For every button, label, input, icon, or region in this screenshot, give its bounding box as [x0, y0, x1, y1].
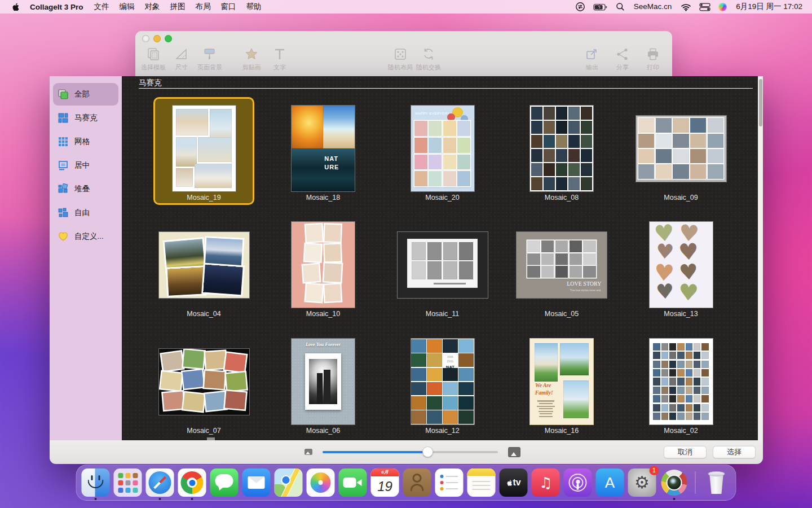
dock-facetime-icon[interactable]: [339, 468, 367, 497]
app-menu-title[interactable]: CollageIt 3 Pro: [24, 3, 89, 11]
template-cell-Mosaic_16[interactable]: We AreFamily!Mosaic_16: [502, 330, 621, 440]
zoom-button[interactable]: [165, 35, 172, 42]
template-thumbnail[interactable]: LOVE STORYTrue love stories never end.: [517, 232, 607, 298]
menu-edit[interactable]: 编辑: [114, 0, 140, 14]
template-thumbnail[interactable]: [159, 232, 249, 298]
select-button[interactable]: 选择: [713, 446, 756, 458]
template-cell-Mosaic_05[interactable]: LOVE STORYTrue love stories never end.Mo…: [502, 213, 621, 324]
menu-help[interactable]: 帮助: [241, 0, 267, 14]
dock-settings-icon[interactable]: ⚙1: [628, 468, 656, 497]
dock-contacts-icon[interactable]: [403, 468, 431, 497]
dock-chrome-icon[interactable]: [178, 468, 206, 497]
template-cell-Mosaic_08[interactable]: Mosaic_08: [502, 97, 621, 208]
template-thumbnail[interactable]: Love You Forever: [292, 339, 355, 424]
template-thumbnail[interactable]: NATURE: [292, 106, 355, 191]
siri-icon[interactable]: [714, 0, 731, 14]
cancel-button[interactable]: 取消: [664, 446, 707, 458]
dock-safari-icon[interactable]: [146, 468, 174, 497]
template-cell-Mosaic_04[interactable]: Mosaic_04: [144, 213, 263, 324]
network-name[interactable]: SeeMac.cn: [629, 0, 677, 14]
dock-trash-icon[interactable]: [703, 468, 731, 497]
dock-maps-icon[interactable]: [275, 468, 303, 497]
toolbar-random-layout-button[interactable]: 随机布局: [388, 47, 413, 72]
scrollbar-thumb[interactable]: [759, 79, 762, 126]
dock-tv-icon[interactable]: tv: [500, 468, 528, 497]
dock-collageit-icon[interactable]: [660, 468, 689, 497]
template-thumbnail[interactable]: ♥♥♥♥♥♥♥♥: [650, 222, 713, 308]
menu-window[interactable]: 窗口: [216, 0, 241, 14]
scrollbar-track[interactable]: [758, 76, 763, 440]
template-thumbnail[interactable]: [636, 116, 726, 182]
template-cell-Mosaic_02[interactable]: Mosaic_02: [621, 330, 740, 440]
toolbar-clipart-button[interactable]: 剪贴画: [239, 47, 264, 72]
apple-menu-icon[interactable]: [6, 2, 24, 12]
template-thumbnail[interactable]: HAPPY EVERYDAY: [411, 106, 474, 191]
dock-notes-icon[interactable]: [467, 468, 496, 497]
template-cell-Mosaic_18[interactable]: NATUREMosaic_18: [264, 97, 383, 208]
collage-photo-tile: [661, 352, 669, 359]
menu-file[interactable]: 文件: [89, 0, 114, 14]
template-thumbnail[interactable]: [159, 349, 249, 415]
dock-mail-icon[interactable]: [242, 468, 271, 497]
template-cell-Mosaic_07[interactable]: Mosaic_07: [144, 330, 263, 440]
battery-icon[interactable]: [589, 0, 612, 14]
template-cell-Mosaic_20[interactable]: HAPPY EVERYDAYMosaic_20: [383, 97, 502, 208]
template-thumbnail[interactable]: We AreFamily!: [530, 339, 593, 424]
template-cell-Mosaic_10[interactable]: Mosaic_10: [264, 213, 383, 324]
dock-messages-icon[interactable]: [210, 468, 239, 497]
dock-photos-icon[interactable]: [307, 468, 335, 497]
collage-photo-tile: [527, 266, 540, 278]
sidebar-item-custom[interactable]: 自定义...: [53, 225, 118, 248]
switch-apps-icon[interactable]: [571, 0, 589, 14]
toolbar-print-button[interactable]: 打印: [641, 47, 665, 72]
menu-layout[interactable]: 布局: [191, 0, 216, 14]
template-thumbnail[interactable]: [650, 339, 713, 424]
toolbar-choose-template-button[interactable]: 选择模板: [141, 47, 166, 72]
collage-photo-tile: [708, 118, 723, 133]
thumbnail-size-slider[interactable]: [323, 451, 498, 453]
sidebar-item-grid[interactable]: 网格: [53, 130, 118, 153]
template-cell-Mosaic_19[interactable]: Mosaic_19: [144, 97, 263, 208]
dock-launchpad-icon[interactable]: [114, 468, 142, 497]
wifi-icon[interactable]: [677, 0, 695, 14]
toolbar-page-background-button[interactable]: 页面背景: [197, 47, 222, 72]
sidebar-item-center[interactable]: 居中: [53, 154, 118, 177]
menu-collage[interactable]: 拼图: [165, 0, 191, 14]
template-cell-Mosaic_09[interactable]: Mosaic_09: [621, 97, 740, 208]
collage-photo-tile: [527, 240, 540, 252]
dock-reminders-icon[interactable]: [435, 468, 464, 497]
template-cell-Mosaic_12[interactable]: AMAZINGNATUREMosaic_12: [383, 330, 502, 440]
sidebar-item-stack[interactable]: 堆叠: [53, 178, 118, 200]
dock-calendar-icon[interactable]: 6月19: [371, 468, 399, 497]
dock-music-icon[interactable]: ♫: [532, 468, 560, 497]
toolbar-random-swap-button[interactable]: 随机交换: [416, 47, 441, 72]
toolbar-text-button[interactable]: 文字: [267, 47, 292, 72]
spotlight-search-icon[interactable]: [612, 0, 629, 14]
toolbar-share-button[interactable]: 分享: [610, 47, 635, 72]
sidebar-item-mosaic[interactable]: 马赛克: [53, 107, 118, 129]
template-cell-Mosaic_11[interactable]: Mosaic_11: [383, 213, 502, 324]
minimize-button[interactable]: [153, 35, 161, 42]
dock-finder-icon[interactable]: [82, 468, 110, 497]
collage-photo-tile: [581, 163, 592, 176]
menu-object[interactable]: 对象: [140, 0, 165, 14]
template-cell-Mosaic_06[interactable]: Love You ForeverMosaic_06: [264, 330, 383, 440]
template-cell-Mosaic_13[interactable]: ♥♥♥♥♥♥♥♥Mosaic_13: [621, 213, 740, 324]
menu-clock[interactable]: 6月19日 周一 17:02: [731, 0, 807, 14]
dock-appstore-icon[interactable]: A: [596, 468, 624, 497]
template-thumbnail[interactable]: AMAZINGNATURE: [411, 339, 474, 424]
slider-knob[interactable]: [422, 446, 433, 457]
template-thumbnail[interactable]: [530, 106, 593, 191]
template-thumbnail[interactable]: [398, 232, 488, 298]
sidebar-item-free[interactable]: 自由: [53, 202, 118, 224]
dock-podcasts-icon[interactable]: [564, 468, 592, 497]
collage-photo-tile: [411, 410, 426, 423]
control-center-icon[interactable]: [695, 0, 714, 14]
dock-divider: [695, 471, 696, 494]
toolbar-export-button[interactable]: 输出: [580, 47, 604, 72]
template-thumbnail[interactable]: [173, 106, 236, 191]
sidebar-item-all[interactable]: 全部: [53, 83, 118, 106]
toolbar-size-button[interactable]: 尺寸: [169, 47, 194, 72]
template-thumbnail[interactable]: [292, 222, 355, 308]
close-button[interactable]: [142, 35, 149, 42]
